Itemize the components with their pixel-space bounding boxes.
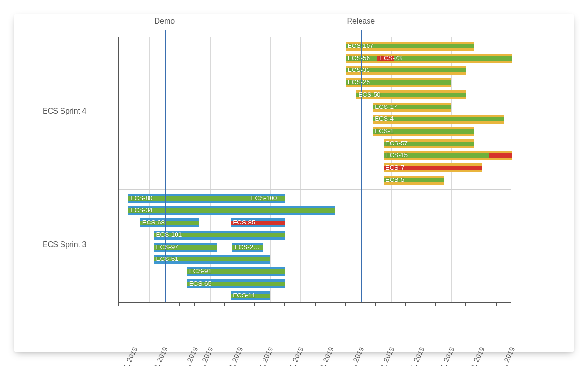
task-bar-label: ECS-34 (130, 206, 152, 214)
x-tick-label: Jun 19, 2019 (457, 346, 486, 366)
task-bar-label: ECS-25 (348, 79, 370, 86)
task-bar[interactable]: ECS-80 (128, 194, 249, 203)
x-tick-label: Jun 17, 2019 (427, 346, 456, 366)
task-bar[interactable]: ECS-7 (384, 163, 482, 172)
gantt-card: ECS Sprint 4 ECS Sprint 3 DemoReleaseECS… (14, 14, 574, 352)
marker-line-demo (165, 30, 166, 37)
task-bar[interactable]: ECS-68 (140, 218, 200, 227)
task-bar-label: ECS-57 (386, 140, 408, 147)
task-bar-label: ECS-7 (386, 164, 404, 171)
task-bar-label: ECS-2… (234, 243, 259, 250)
task-bar[interactable]: ECS-2… (232, 243, 263, 252)
marker-label-demo: Demo (154, 17, 175, 26)
task-bar-label: ECS-80 (130, 195, 152, 202)
task-bar[interactable]: ECS-57 (384, 139, 474, 148)
task-bar[interactable]: ECS-97 (154, 243, 217, 252)
task-bar-label: ECS-15 (386, 152, 408, 159)
task-bar-label: ECS-100 (251, 195, 277, 202)
x-tick-label: Jun 13, 2019 (366, 346, 395, 366)
task-bar-label: ECS-56 (348, 54, 370, 62)
y-axis-label-sprint4: ECS Sprint 4 (43, 107, 114, 116)
task-bar[interactable]: ECS-91 (187, 267, 286, 276)
task-bar-label: ECS-51 (156, 255, 178, 262)
task-bar[interactable]: ECS-107 (346, 42, 474, 51)
task-bar-label: ECS-73 (379, 54, 402, 62)
y-axis-label-sprint3: ECS Sprint 3 (43, 241, 114, 249)
task-bar[interactable]: ECS-101 (154, 231, 285, 240)
task-bar-label: ECS-91 (189, 268, 211, 275)
x-tick-label: Jun 05, 2019 (246, 346, 275, 366)
task-bar[interactable]: ECS-17 (373, 103, 451, 112)
task-bar[interactable]: ECS-50 (356, 90, 466, 99)
task-bar-label: ECS-97 (156, 243, 178, 250)
x-tick-label: Jun 07, 2019 (276, 346, 305, 366)
task-bar[interactable]: ECS-65 (187, 279, 286, 288)
x-tick-label: May 29, 2019 (140, 346, 169, 366)
task-bar[interactable]: ECS-34 (128, 206, 335, 215)
x-tick-label: Jun 09, 2019 (306, 346, 335, 366)
task-bar-label: ECS-65 (189, 280, 211, 287)
task-bar[interactable]: ECS-85 (231, 218, 285, 227)
task-bar-label: ECS-1 (375, 127, 394, 134)
task-bar[interactable]: ECS-1 (373, 127, 474, 136)
gantt-plot: DemoReleaseECS-107ECS-56ECS-73ECS-33ECS-… (118, 37, 511, 303)
task-bar-label: ECS-17 (375, 103, 397, 110)
group-divider (119, 189, 511, 190)
x-tick-label: May 31, 2019 (170, 346, 199, 366)
x-tick-label: May 27, 2019 (110, 346, 139, 366)
marker-line-release (361, 30, 362, 37)
x-tick-label: Jun 15, 2019 (396, 346, 426, 366)
task-bar[interactable]: ECS-33 (346, 66, 466, 75)
task-bar-label: ECS-33 (348, 66, 370, 73)
task-bar[interactable]: ECS-15 (384, 151, 512, 160)
task-bar-label: ECS-107 (348, 42, 374, 49)
task-bar-label: ECS-11 (233, 292, 255, 299)
task-bar[interactable]: ECS-4 (373, 115, 504, 124)
task-bar[interactable]: ECS-51 (154, 255, 270, 264)
task-bar[interactable]: ECS-11 (231, 291, 270, 300)
x-tick-label: Jun 03, 2019 (215, 346, 245, 366)
marker-line-release (361, 37, 362, 302)
task-bar-label: ECS-101 (156, 231, 182, 238)
task-bar-label: ECS-4 (375, 115, 394, 122)
task-bar[interactable]: ECS-5 (384, 176, 444, 185)
task-bar-label: ECS-5 (386, 176, 404, 183)
task-bar-label: ECS-50 (358, 91, 380, 98)
x-tick-label: Jun 11, 2019 (336, 346, 365, 366)
x-tick-label: Jun 21, 2019 (487, 346, 517, 366)
marker-label-release: Release (347, 17, 375, 26)
task-bar-label: ECS-85 (233, 219, 255, 226)
task-bar-label: ECS-68 (142, 219, 165, 226)
task-bar[interactable]: ECS-100 (249, 194, 286, 203)
task-bar[interactable]: ECS-73 (377, 54, 512, 63)
